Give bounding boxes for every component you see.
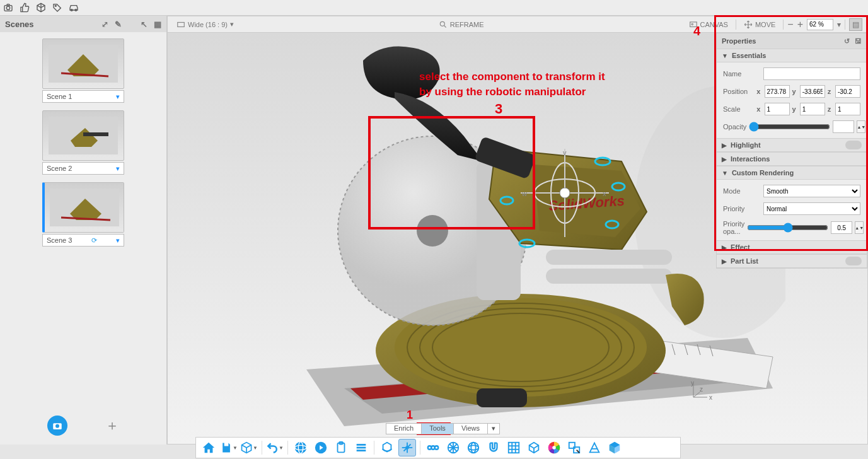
annotation-4: 4	[693, 24, 700, 38]
undo-icon[interactable]: ▼	[266, 439, 284, 456]
annotation-3: 3	[495, 101, 502, 117]
clipboard-icon[interactable]	[332, 439, 350, 456]
scene-item-3[interactable]: Scene 3⟳▾	[13, 182, 154, 247]
svg-point-2	[55, 5, 56, 6]
svg-point-19	[692, 23, 693, 25]
svg-point-79	[435, 446, 439, 450]
svg-point-53	[560, 188, 570, 198]
play-icon[interactable]	[312, 439, 330, 456]
car-tab-icon[interactable]	[66, 0, 82, 15]
svg-text:x: x	[603, 190, 606, 197]
svg-point-17	[440, 21, 444, 26]
red-highlight-properties	[714, 15, 868, 251]
tab-enrich[interactable]: Enrich	[386, 424, 422, 434]
svg-rect-59	[546, 269, 672, 284]
svg-point-87	[471, 443, 475, 453]
scene-thumb-3[interactable]	[42, 182, 124, 233]
svg-point-15	[55, 424, 59, 428]
svg-rect-58	[546, 250, 672, 265]
svg-text:v: v	[563, 149, 567, 156]
svg-point-94	[552, 446, 556, 450]
select-cursor-icon[interactable]	[565, 439, 583, 456]
globe-icon[interactable]	[292, 439, 310, 456]
thumbs-tab-icon[interactable]	[16, 0, 33, 15]
scene-thumb-1[interactable]	[42, 38, 124, 89]
transform-manipulator-icon[interactable]	[398, 439, 416, 456]
aspect-ratio-dropdown[interactable]: Wide (16 : 9) ▾	[173, 18, 238, 31]
svg-rect-88	[509, 443, 519, 453]
svg-rect-16	[178, 22, 185, 26]
compass-icon[interactable]	[444, 439, 462, 456]
chevron-down-icon: ▾	[116, 165, 120, 173]
svg-line-63	[693, 392, 700, 397]
svg-rect-60	[477, 388, 527, 407]
list-icon[interactable]	[352, 439, 370, 456]
tabs-chevron[interactable]: ▾	[488, 424, 499, 434]
scenes-title: Scenes	[5, 20, 34, 29]
scene-dropdown-2[interactable]: Scene 2▾	[42, 162, 124, 175]
scenes-expand-icon[interactable]: ⤢	[101, 20, 108, 29]
rotate-cube-icon[interactable]	[378, 439, 396, 456]
scenes-header: Scenes ⤢ ✎ ↖ ▦	[0, 16, 166, 32]
scene-list: Scene 1▾ Scene 2▾ Scene 3⟳▾	[0, 32, 166, 407]
chevron-down-icon: ▾	[116, 236, 120, 245]
bottom-tabs: Enrich Tools Views ▾	[386, 423, 500, 434]
chevron-down-icon: ▾	[116, 93, 120, 101]
tab-views[interactable]: Views	[454, 424, 488, 434]
svg-point-86	[468, 445, 479, 450]
add-scene-button[interactable]: ＋	[105, 416, 119, 435]
scene-item-2[interactable]: Scene 2▾	[13, 110, 154, 175]
red-highlight-component	[368, 116, 535, 230]
svg-point-64	[295, 442, 306, 453]
tab-tools[interactable]: Tools	[422, 424, 454, 434]
scene-dropdown-1[interactable]: Scene 1▾	[42, 90, 124, 103]
scene-dropdown-3[interactable]: Scene 3⟳▾	[42, 234, 124, 247]
wireframe-cube-icon[interactable]	[525, 439, 543, 456]
svg-rect-10	[83, 132, 108, 136]
chevron-down-icon: ▾	[230, 20, 234, 28]
reframe-button[interactable]: REFRAME	[435, 18, 488, 31]
package-icon[interactable]: ▼	[240, 439, 258, 456]
scenes-edit-icon[interactable]: ✎	[115, 20, 122, 29]
grid-icon[interactable]	[505, 439, 523, 456]
svg-point-1	[6, 6, 9, 9]
capture-scene-button[interactable]	[47, 415, 67, 436]
sphere-grid-icon[interactable]	[465, 439, 482, 456]
partlist-toggle[interactable]	[845, 257, 862, 265]
home-icon[interactable]	[200, 439, 217, 456]
perspective-icon[interactable]	[586, 439, 603, 456]
tag-tab-icon[interactable]	[49, 0, 66, 15]
scene-item-1[interactable]: Scene 1▾	[13, 38, 154, 103]
camera-tab-icon[interactable]	[0, 0, 16, 15]
iso-cube-icon[interactable]	[606, 439, 623, 456]
scene-controls: ＋	[0, 407, 166, 444]
top-icon-tabs	[0, 0, 868, 16]
bottom-toolbar: ▼ ▼ ▼	[195, 437, 681, 458]
magnet-icon[interactable]	[485, 439, 502, 456]
refresh-icon: ⟳	[91, 236, 97, 245]
annotation-1: 1	[407, 409, 413, 422]
scenes-pointer-icon[interactable]: ↖	[141, 20, 148, 29]
scenes-panel: Scenes ⤢ ✎ ↖ ▦ Scene 1▾ Scene 2▾	[0, 16, 167, 444]
partlist-header[interactable]: ▶Part List	[717, 254, 867, 268]
annotation-text: select the component to transform it by …	[419, 69, 605, 100]
svg-point-85	[468, 443, 479, 453]
link-chain-icon[interactable]	[424, 439, 442, 456]
save-icon[interactable]: ▼	[220, 439, 238, 456]
color-wheel-icon[interactable]	[545, 439, 563, 456]
svg-point-76	[406, 446, 408, 449]
axis-gizmo: y x z	[691, 381, 710, 400]
scene-thumb-2[interactable]	[42, 110, 124, 161]
cube-tab-icon[interactable]	[33, 0, 49, 15]
scenes-grid-icon[interactable]: ▦	[154, 20, 161, 29]
